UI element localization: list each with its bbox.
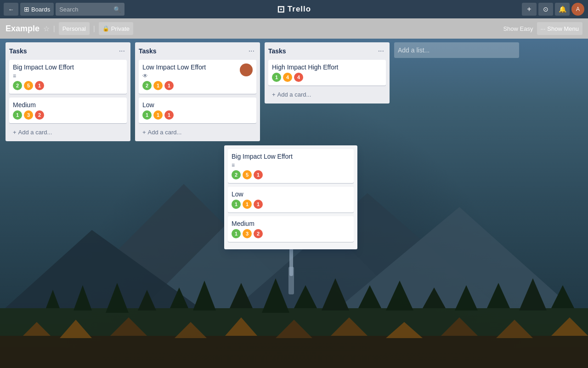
back-button[interactable]: ←: [4, 3, 18, 16]
svg-rect-25: [0, 336, 588, 368]
show-easy-button[interactable]: Show Easy: [503, 25, 533, 32]
card-badges: 2 5 1: [232, 170, 350, 179]
add-card-label: Add a card...: [277, 91, 311, 98]
show-menu-label: Show Menu: [547, 25, 579, 32]
search-placeholder: Search: [59, 6, 78, 13]
badge-orange: 1: [153, 81, 163, 90]
badge-green: 2: [232, 170, 241, 179]
list-2-header: Tasks ···: [139, 46, 256, 56]
lock-icon: 🔒: [102, 25, 109, 32]
badge-pink: 2: [254, 229, 263, 238]
star-button[interactable]: ☆: [43, 24, 50, 33]
badge-pink: 1: [254, 170, 263, 179]
badge-orange: 3: [243, 229, 252, 238]
card-badges: 1 1 1: [232, 200, 350, 209]
badge-green: 2: [142, 81, 152, 90]
badge-pink: 2: [35, 110, 44, 120]
list-item[interactable]: Big Impact Low Effort ≡ 2 5 1: [9, 60, 127, 94]
card-title: Low: [142, 101, 253, 109]
badge-green: 1: [272, 73, 281, 82]
badge-green: 1: [232, 229, 241, 238]
badge-orange: 5: [24, 81, 33, 90]
divider-1: |: [53, 25, 55, 32]
list-3: Tasks ··· High Impact High Effort 1 4 4 …: [265, 42, 390, 104]
card-badges: 2 5 1: [13, 81, 123, 90]
trello-logo: ⊡ Trello: [277, 4, 311, 15]
avatar[interactable]: A: [571, 3, 584, 16]
list-item[interactable]: Low Impact Low Effort 👁 2 1 1: [139, 60, 256, 94]
list-1-title: Tasks: [9, 47, 27, 55]
dots-icon: ···: [541, 25, 546, 32]
badge-green: 2: [13, 81, 22, 90]
description-icon: ≡: [232, 162, 350, 168]
list-item[interactable]: High Impact High Effort 1 4 4: [268, 60, 386, 86]
badge-green: 1: [232, 200, 241, 209]
eye-icon: 👁: [142, 73, 206, 79]
add-card-button[interactable]: + Add a card...: [139, 127, 256, 138]
add-icon: +: [142, 129, 146, 136]
card-badges: 1 4 4: [272, 73, 382, 82]
list-1-menu-button[interactable]: ···: [117, 46, 127, 56]
popover-card-title: Low: [232, 190, 350, 198]
personal-button[interactable]: Personal: [59, 22, 90, 35]
badge-pink: 1: [35, 81, 44, 90]
badge-green: 1: [13, 110, 22, 120]
top-nav: ← ⊞ Boards Search 🔍 ⊡ Trello + ⊙ 🔔 A: [0, 0, 588, 18]
trello-logo-icon: ⊡: [277, 4, 285, 15]
svg-rect-6: [288, 267, 294, 294]
private-button[interactable]: 🔒 Private: [99, 22, 133, 35]
private-label: Private: [111, 25, 130, 32]
badge-green: 1: [142, 110, 152, 120]
popover-card-title: Big Impact Low Effort: [232, 153, 350, 160]
notifications-button[interactable]: 🔔: [555, 3, 570, 16]
search-icon: 🔍: [113, 6, 121, 13]
description-icon: ≡: [13, 73, 123, 79]
card-badges: 1 3 2: [13, 110, 123, 120]
boards-button[interactable]: ⊞ Boards: [20, 3, 54, 16]
card-badges: 1 3 2: [232, 229, 350, 238]
list-3-menu-button[interactable]: ···: [376, 46, 386, 56]
badge-pink: 4: [294, 73, 303, 82]
add-card-button[interactable]: + Add a card...: [9, 127, 127, 138]
boards-grid-icon: ⊞: [24, 6, 29, 13]
card-title: High Impact High Effort: [272, 63, 382, 71]
popover-card-1[interactable]: Big Impact Low Effort ≡ 2 5 1: [228, 149, 354, 183]
list-2: Tasks ··· Low Impact Low Effort 👁 2 1 1: [135, 42, 260, 141]
timer-button[interactable]: ⊙: [538, 3, 553, 16]
add-icon: +: [272, 91, 276, 98]
add-list[interactable]: [394, 42, 519, 58]
card-popover: Big Impact Low Effort ≡ 2 5 1 Low 1 1 1 …: [224, 145, 357, 249]
show-menu-button[interactable]: ··· Show Menu: [537, 22, 583, 35]
card-badges: 1 1 1: [142, 110, 253, 120]
card-title: Low Impact Low Effort: [142, 63, 206, 71]
nav-right: + ⊙ 🔔 A: [522, 3, 584, 16]
card-title: Big Impact Low Effort: [13, 63, 123, 71]
list-item[interactable]: Medium 1 3 2: [9, 98, 127, 123]
badge-orange: 4: [283, 73, 292, 82]
popover-card-3[interactable]: Medium 1 3 2: [228, 216, 354, 242]
lists-container: Tasks ··· Big Impact Low Effort ≡ 2 5 1 …: [6, 42, 519, 141]
divider-2: |: [93, 25, 95, 32]
add-card-label: Add a card...: [18, 129, 52, 136]
add-button[interactable]: +: [522, 3, 537, 16]
list-3-title: Tasks: [268, 47, 286, 55]
badge-pink: 1: [254, 200, 263, 209]
add-card-label: Add a card...: [148, 129, 182, 136]
personal-label: Personal: [62, 25, 86, 32]
add-card-button[interactable]: + Add a card...: [268, 89, 386, 100]
add-list-input[interactable]: [398, 46, 515, 54]
board-title[interactable]: Example: [6, 24, 40, 34]
card-badges: 2 1 1: [142, 81, 253, 90]
list-1-header: Tasks ···: [9, 46, 127, 56]
avatar: [240, 63, 253, 76]
trello-logo-text: Trello: [288, 5, 311, 14]
list-item[interactable]: Low 1 1 1: [139, 98, 256, 123]
badge-pink: 1: [164, 81, 174, 90]
search-bar[interactable]: Search 🔍: [56, 3, 124, 16]
list-1: Tasks ··· Big Impact Low Effort ≡ 2 5 1 …: [6, 42, 130, 141]
badge-orange: 3: [24, 110, 33, 120]
badge-orange: 1: [243, 200, 252, 209]
list-2-menu-button[interactable]: ···: [247, 46, 256, 56]
popover-card-2[interactable]: Low 1 1 1: [228, 187, 354, 213]
badge-orange: 1: [153, 110, 163, 120]
